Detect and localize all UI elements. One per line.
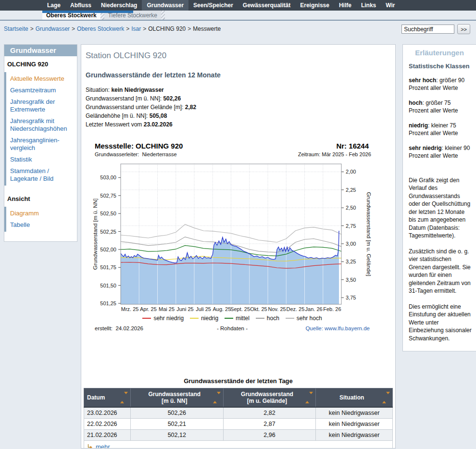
nav-item-gewässerqualität[interactable]: Gewässerqualität	[238, 0, 295, 11]
breadcrumb-row: Startseite>Grundwasser>Oberes Stockwerk>…	[0, 21, 476, 38]
column-header-grundwasserstand-m-u-gelände[interactable]: Grundwasserstand[m u. Gelände]	[223, 388, 316, 408]
nav-item-lage[interactable]: Lage	[42, 0, 65, 11]
cell-datum: 22.02.2026	[84, 419, 131, 430]
sidebar-item-aktuelle-messwerte[interactable]: Aktuelle Messwerte	[10, 73, 75, 85]
page-title: Station OLCHING 920	[86, 51, 395, 61]
svg-text:501,75: 501,75	[100, 264, 116, 270]
svg-text:502,25: 502,25	[100, 229, 116, 235]
cell-grundwasserstand: 502,21	[130, 419, 223, 430]
legend-label: sehr hoch	[297, 315, 322, 322]
nav-item-hilfe[interactable]: Hilfe	[334, 0, 356, 11]
sidebar-station-name: OLCHING 920	[4, 56, 77, 71]
chart-source-link[interactable]: Quelle: www.lfu.bayern.de	[278, 325, 370, 331]
legend-label: hoch	[267, 315, 279, 322]
breadcrumb-startseite[interactable]: Startseite	[4, 25, 28, 32]
svg-text:3,50: 3,50	[346, 277, 356, 283]
nav-item-links[interactable]: Links	[356, 0, 381, 11]
legend-item-sehr-niedrig: sehr niedrig	[142, 315, 184, 322]
cell-situation: kein Niedrigwasser	[316, 419, 393, 430]
sidebar-item-stammdaten-lagekarte-bild[interactable]: Stammdaten / Lagekarte / Bild	[10, 165, 75, 185]
sidebar-item-jahresganglinien-vergleich[interactable]: Jahresganglinien-vergleich	[10, 135, 75, 154]
svg-text:Apr. 25: Apr. 25	[140, 306, 157, 312]
sidebar-item-gesamtzeitraum[interactable]: Gesamtzeitraum	[10, 85, 75, 96]
chart-data-type: - Rohdaten -	[187, 325, 278, 331]
search-box: >>	[401, 24, 470, 34]
sidebar-view-group: DiagrammTabelle	[4, 207, 77, 232]
main-content: Station OLCHING 920 Grundwasserstände de…	[81, 44, 396, 449]
nav-item-grundwasser[interactable]: Grundwasser	[142, 0, 188, 11]
svg-text:2,25: 2,25	[346, 187, 356, 193]
breadcrumb-isar[interactable]: Isar	[131, 25, 141, 32]
svg-text:502,00: 502,00	[100, 247, 116, 252]
breadcrumb-separator: >	[28, 25, 36, 32]
explanation-panel: Erläuterungen Statistische Klassen sehr …	[402, 44, 476, 351]
chart-station-number: Nr: 16244	[336, 142, 369, 150]
svg-text:Juni 25: Juni 25	[176, 306, 193, 312]
column-header-situation[interactable]: Situation	[316, 388, 393, 408]
svg-text:Juli 25: Juli 25	[196, 306, 211, 312]
svg-text:502,75: 502,75	[100, 193, 116, 199]
class-niedrig: niedrig: kleiner 75 Prozent aller Werte	[409, 122, 472, 137]
sidebar-item-diagramm[interactable]: Diagramm	[10, 208, 75, 219]
cell-grundwasserstand: 2,82	[223, 407, 316, 419]
sidebar: Grundwasser OLCHING 920 Aktuelle Messwer…	[4, 44, 77, 242]
legend-label: mittel	[236, 315, 250, 322]
svg-text:Nov. 25: Nov. 25	[268, 306, 286, 312]
nav-item-abfluss[interactable]: Abfluss	[65, 0, 96, 11]
column-header-datum[interactable]: Datum	[84, 388, 131, 408]
svg-text:501,50: 501,50	[100, 283, 116, 288]
svg-text:Feb. 26: Feb. 26	[323, 306, 341, 312]
sort-icon	[213, 394, 221, 401]
table-row: 23.02.2026502,262,82kein Niedrigwasser	[84, 407, 393, 419]
page: LageAbflussNiederschlagGrundwasserSeen/S…	[0, 0, 476, 449]
svg-text:Aug. 25: Aug. 25	[213, 306, 231, 312]
sidebar-item-statistik[interactable]: Statistik	[10, 154, 75, 165]
class-sehr-hoch: sehr hoch: größer 90 Prozent aller Werte	[409, 76, 472, 92]
nav-item-seen-speicher[interactable]: Seen/Speicher	[188, 0, 238, 11]
recent-values-table: DatumGrundwasserstand[m ü. NN]Grundwasse…	[84, 388, 393, 449]
breadcrumb-messwerte: Messwerte	[193, 25, 221, 32]
breadcrumb-grundwasser[interactable]: Grundwasser	[36, 25, 70, 32]
cell-situation: kein Niedrigwasser	[316, 430, 393, 441]
table-footer: mehr ...	[84, 441, 393, 449]
nav-item-niederschlag[interactable]: Niederschlag	[96, 0, 142, 11]
cell-datum: 21.02.2026	[84, 430, 131, 441]
nav-item-ereignisse[interactable]: Ereignisse	[295, 0, 334, 11]
breadcrumb-separator: >	[186, 25, 193, 32]
section-title: Grundwasserstände der letzten 12 Monate	[86, 71, 395, 79]
search-button[interactable]: >>	[457, 24, 470, 34]
sidebar-item-jahresgrafik-der-extremwerte[interactable]: Jahresgrafik der Extremwerte	[10, 96, 75, 115]
legend-label: niedrig	[201, 315, 218, 322]
chart-title-row: Messstelle: OLCHING 920 Nr: 16244	[91, 142, 373, 150]
cell-grundwasserstand: 502,12	[130, 430, 223, 441]
legend-item-sehr-hoch: sehr hoch	[286, 315, 322, 322]
svg-text:Jan. 26: Jan. 26	[305, 306, 323, 312]
info-letzter-messwert-vom: Letzter Messwert vom 23.02.2026	[86, 120, 395, 129]
svg-text:3,00: 3,00	[346, 241, 356, 247]
sort-icon	[305, 394, 313, 401]
svg-text:2,50: 2,50	[346, 205, 356, 211]
column-header-grundwasserstand-m-ü-nn[interactable]: Grundwasserstand[m ü. NN]	[130, 388, 223, 408]
sidebar-view-heading: Ansicht	[4, 190, 77, 206]
svg-text:Grundwasserstand [m u. Gelände: Grundwasserstand [m u. Gelände]	[366, 192, 372, 276]
sidebar-title: Grundwasser	[4, 45, 77, 56]
breadcrumb-olching-920: OLCHING 920	[148, 25, 186, 32]
legend-label: sehr niedrig	[153, 315, 184, 322]
chart-footer: erstellt: 24.02.2026 - Rohdaten - Quelle…	[91, 325, 373, 331]
explanation-paragraph-2: Zusätzlich sind die o. g. vier statistis…	[409, 248, 472, 295]
explanation-paragraphs: Die Grafik zeigt den Verlauf des Grundwa…	[409, 176, 472, 343]
breadcrumb-oberes-stockwerk[interactable]: Oberes Stockwerk	[77, 25, 124, 32]
search-input[interactable]	[401, 25, 454, 34]
breadcrumb-separator: >	[124, 25, 131, 32]
nav-item-wir[interactable]: Wir	[381, 0, 400, 11]
info-situation: Situation: kein Niedrigwasser	[86, 86, 395, 94]
chart-legend: sehr niedrigniedrigmittelhochsehr hoch	[91, 315, 373, 322]
more-link[interactable]: mehr ...	[96, 443, 117, 449]
info-geländehöhe-m-ü-nn: Geländehöhe [m ü. NN]: 505,08	[86, 112, 395, 120]
classes-heading: Statistische Klassen	[409, 62, 472, 71]
sidebar-item-tabelle[interactable]: Tabelle	[10, 219, 75, 231]
sidebar-item-jahresgrafik-mit-niederschlagshöhen[interactable]: Jahresgrafik mit Niederschlagshöhen	[10, 115, 75, 135]
svg-text:Mai 25: Mai 25	[159, 306, 175, 312]
info-grundwasserstand-unter-gelände-m: Grundwasserstand unter Gelände [m]: 2,82	[86, 103, 395, 112]
recent-values-section: Grundwasserstände der letzten Tage Datum…	[84, 377, 393, 449]
